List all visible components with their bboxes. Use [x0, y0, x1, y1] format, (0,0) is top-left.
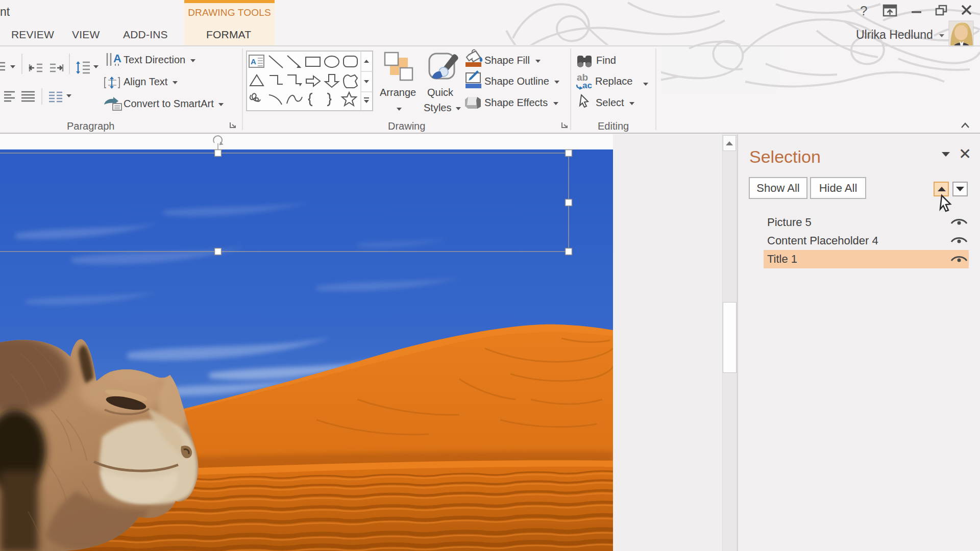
svg-text:?: ?: [860, 3, 867, 18]
svg-text:A: A: [251, 57, 256, 66]
svg-text:ac: ac: [582, 81, 592, 90]
svg-text:A: A: [113, 52, 121, 65]
